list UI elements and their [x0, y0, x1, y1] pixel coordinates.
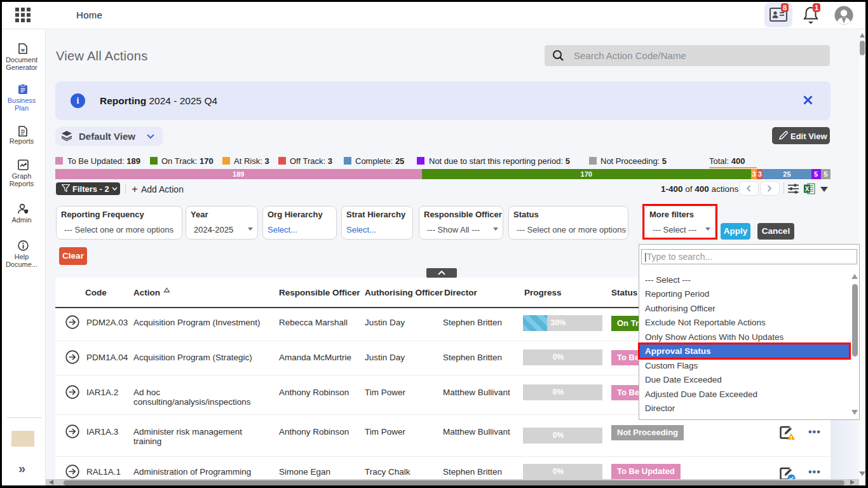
svg-text:w: w: [20, 48, 25, 52]
svg-text:X: X: [805, 186, 810, 193]
